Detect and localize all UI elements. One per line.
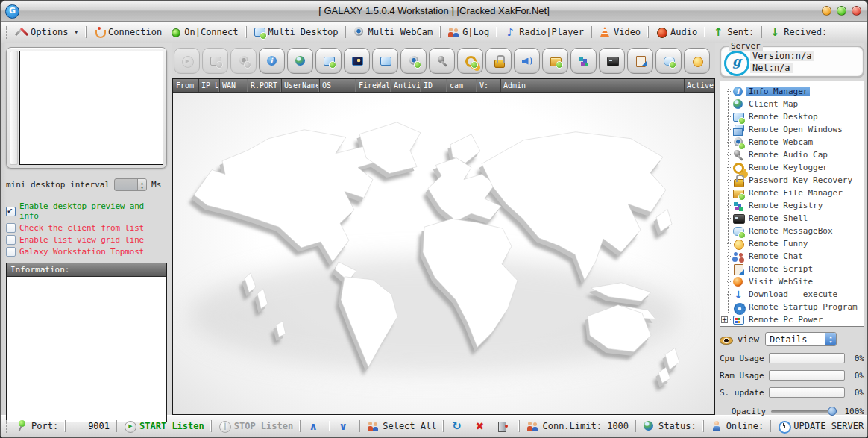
tree-item[interactable]: + ↓ Download - execute bbox=[720, 288, 864, 301]
column-header[interactable]: WAN bbox=[219, 79, 248, 92]
column-header[interactable]: cam bbox=[447, 79, 477, 92]
action-button[interactable] bbox=[542, 48, 568, 74]
expand-plus-icon[interactable]: + bbox=[721, 316, 728, 323]
action-button-icon bbox=[181, 55, 193, 67]
option-checkbox-row[interactable]: Check the client from list bbox=[6, 223, 167, 233]
statusbar-grip[interactable] bbox=[6, 420, 8, 433]
statusbar-item[interactable]: ✖ bbox=[470, 420, 493, 432]
statusbar-item[interactable]: UPDATE SERVER COUNT : 0 bbox=[770, 420, 867, 432]
preview-scroll-strip[interactable] bbox=[10, 51, 18, 165]
statusbar-item[interactable]: START Listen bbox=[116, 420, 208, 432]
tree-item[interactable]: + Visit WebSite bbox=[720, 275, 864, 288]
stepper-arrows-icon[interactable]: ▲▼ bbox=[137, 179, 146, 190]
statusbar-item[interactable]: Status: bbox=[635, 420, 700, 432]
tree-item[interactable]: + Remote Desktop bbox=[720, 110, 864, 123]
tree-item[interactable]: + Remote Chat bbox=[720, 250, 864, 263]
action-button[interactable] bbox=[485, 48, 512, 74]
menubar-item[interactable]: Connection ▾ bbox=[86, 26, 166, 38]
column-header[interactable]: FireWall bbox=[356, 79, 391, 92]
select-stepper-icon[interactable]: ▲▼ bbox=[825, 333, 836, 345]
action-button[interactable] bbox=[570, 48, 597, 74]
tree-item[interactable]: + Remote Shell bbox=[720, 212, 864, 225]
tree-item[interactable]: + Remote Startup Program bbox=[720, 301, 864, 313]
option-checkbox-row[interactable]: Enable list view grid line bbox=[6, 235, 167, 245]
statusbar-item[interactable]: ∧ bbox=[300, 420, 327, 432]
statusbar-item[interactable]: ∨ bbox=[330, 420, 356, 432]
action-button[interactable] bbox=[627, 48, 653, 74]
tree-item[interactable]: + Remote Registry bbox=[720, 199, 864, 212]
menubar-item[interactable]: Audio ▾ bbox=[648, 26, 701, 38]
checkbox[interactable] bbox=[6, 223, 16, 233]
column-header[interactable]: UserName bbox=[281, 79, 319, 92]
statusbar-item[interactable]: 9001 bbox=[65, 420, 113, 432]
column-header[interactable]: Active bbox=[684, 79, 714, 92]
tree-item[interactable]: + Info Manager bbox=[720, 85, 864, 98]
statusbar-item[interactable]: STOP Listen bbox=[211, 420, 297, 432]
menubar-item[interactable]: ↑ Sent: ▾ bbox=[705, 26, 758, 38]
action-button[interactable] bbox=[599, 48, 625, 74]
statusbar-item[interactable]: Select_All bbox=[359, 420, 440, 432]
action-button[interactable] bbox=[230, 48, 257, 74]
option-checkbox-row[interactable]: Galaxy Workstation Topmost bbox=[6, 247, 167, 257]
action-button[interactable] bbox=[514, 48, 540, 74]
tree-item[interactable]: + Remote Funny bbox=[720, 237, 864, 250]
action-button[interactable] bbox=[400, 48, 427, 74]
tree-item[interactable]: + Remote Pc Power bbox=[720, 313, 864, 326]
menubar-item[interactable]: Multi Desktop ▾ bbox=[246, 26, 342, 38]
action-button[interactable] bbox=[457, 48, 483, 74]
tree-item[interactable]: + Remote Audio Cap bbox=[720, 148, 864, 161]
tree-item[interactable]: + Remote File Manager bbox=[720, 187, 864, 199]
statusbar-item[interactable]: ↻ bbox=[443, 420, 470, 432]
column-header[interactable]: OS bbox=[319, 79, 356, 92]
view-mode-select[interactable]: Details ▲▼ bbox=[765, 332, 837, 346]
tree-item[interactable]: + Remote Webcam bbox=[720, 136, 864, 148]
action-button[interactable] bbox=[174, 48, 200, 74]
information-panel: Information: bbox=[6, 263, 167, 422]
option-checkbox-row[interactable]: Enable desktop preview and info bbox=[6, 201, 167, 221]
checkbox[interactable] bbox=[6, 207, 16, 216]
tree-item[interactable]: + Remote Open Windows bbox=[720, 123, 864, 136]
close-button[interactable] bbox=[852, 6, 861, 16]
menubar-item[interactable]: On|Connect ▾ bbox=[166, 26, 242, 38]
checkbox[interactable] bbox=[6, 235, 16, 245]
column-header[interactable]: V: bbox=[477, 79, 500, 92]
statusbar-item[interactable]: Conn.Limit: 1000 bbox=[519, 420, 632, 432]
tree-item[interactable]: + Remote Script bbox=[720, 263, 864, 275]
column-header[interactable]: Antivirus bbox=[391, 79, 421, 92]
menubar-item[interactable]: ♪ Radio|Player ▾ bbox=[497, 26, 588, 38]
statusbar-item[interactable]: Port: bbox=[12, 420, 62, 432]
column-header[interactable]: IP LAN bbox=[198, 79, 219, 92]
action-button[interactable] bbox=[372, 48, 398, 74]
tree-item[interactable]: + Remote Keylogger bbox=[720, 161, 864, 174]
tree-item[interactable]: + Client Map bbox=[720, 98, 864, 110]
action-button[interactable] bbox=[344, 48, 370, 74]
column-header[interactable]: Admin bbox=[500, 79, 684, 92]
column-header[interactable]: R.PORT bbox=[248, 79, 281, 92]
column-header[interactable]: From bbox=[173, 79, 198, 92]
menubar-item[interactable]: Video ▾ bbox=[591, 26, 644, 38]
menubar-item[interactable]: Options ▾ bbox=[12, 26, 82, 38]
opacity-slider[interactable] bbox=[771, 410, 835, 413]
statusbar-item[interactable]: Online: bbox=[703, 420, 768, 432]
action-button[interactable] bbox=[259, 48, 285, 74]
zoom-button[interactable] bbox=[837, 6, 846, 16]
tree-item[interactable]: + Password-Key Recovery bbox=[720, 174, 864, 187]
interval-stepper[interactable]: ▲▼ bbox=[114, 178, 147, 191]
statusbar-item[interactable] bbox=[493, 420, 516, 432]
action-button[interactable] bbox=[655, 48, 682, 74]
opacity-slider-thumb[interactable] bbox=[828, 407, 837, 416]
checkbox[interactable] bbox=[6, 247, 16, 257]
title-bar[interactable]: [ GALAXY 1.5.0.4 Workstation ] [Cracked … bbox=[1, 1, 867, 22]
toolbar-grip[interactable] bbox=[6, 26, 8, 39]
action-button[interactable] bbox=[202, 48, 228, 74]
action-button[interactable] bbox=[315, 48, 342, 74]
menubar-item[interactable]: ↓ Recived: ▾ bbox=[761, 26, 831, 38]
column-header[interactable]: ID bbox=[421, 79, 447, 92]
menubar-item[interactable]: G|Log ▾ bbox=[440, 26, 493, 38]
action-button[interactable] bbox=[429, 48, 455, 74]
minimize-button[interactable] bbox=[822, 6, 831, 16]
action-button[interactable] bbox=[287, 48, 313, 74]
tree-item[interactable]: + Remote MessageBox bbox=[720, 225, 864, 237]
action-button[interactable] bbox=[684, 48, 710, 74]
menubar-item[interactable]: Multi WebCam ▾ bbox=[345, 26, 436, 38]
